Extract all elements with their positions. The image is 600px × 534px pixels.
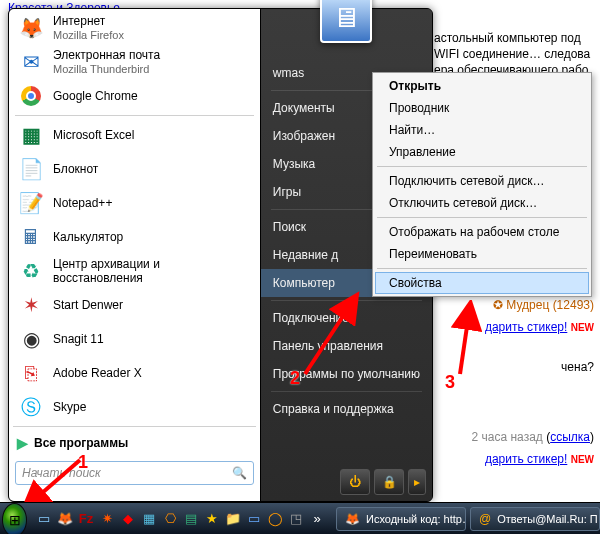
step-label-1: 1: [78, 452, 88, 473]
notepad-icon: 📄: [17, 155, 45, 183]
ql-app-icon[interactable]: ⎔: [161, 510, 179, 528]
lock-button[interactable]: 🔒: [374, 469, 404, 495]
ql-explorer-icon[interactable]: 📁: [224, 510, 242, 528]
new-badge: NEW: [571, 322, 594, 333]
task-button-mailru[interactable]: @ Ответы@Mail.Ru: П…: [470, 507, 600, 531]
program-skype[interactable]: Ⓢ Skype: [11, 390, 258, 424]
task-button-label: Ответы@Mail.Ru: П…: [497, 513, 600, 525]
time-ago: 2 часа назад: [472, 430, 543, 444]
mailru-icon: @: [479, 512, 491, 526]
ql-app-icon[interactable]: ◳: [287, 510, 305, 528]
bg-text: астольный компьютер под: [434, 30, 594, 46]
program-notepadpp[interactable]: 📝 Notepad++: [11, 186, 258, 220]
program-calculator[interactable]: 🖩 Калькулятор: [11, 220, 258, 254]
user-picture[interactable]: 🖥: [320, 0, 372, 43]
ql-filezilla-icon[interactable]: Fz: [77, 510, 95, 528]
cm-find[interactable]: Найти…: [375, 119, 589, 141]
snagit-icon: ◉: [17, 325, 45, 353]
ql-app-icon[interactable]: ▭: [245, 510, 263, 528]
permalink[interactable]: ссылка: [550, 430, 590, 444]
search-input[interactable]: Начать поиск 🔍: [15, 461, 254, 485]
program-email[interactable]: ✉ Электронная почтаMozilla Thunderbird: [11, 45, 258, 79]
program-notepad[interactable]: 📄 Блокнот: [11, 152, 258, 186]
program-excel[interactable]: ▦ Microsoft Excel: [11, 118, 258, 152]
computer-context-menu: Открыть Проводник Найти… Управление Подк…: [372, 72, 592, 297]
program-adobe-reader[interactable]: ⎘ Adobe Reader X: [11, 356, 258, 390]
ql-chevron-icon[interactable]: »: [308, 510, 326, 528]
separator: [271, 391, 422, 392]
task-button-label: Исходный код: http…: [366, 513, 466, 525]
sticker-link[interactable]: дарить стикер!: [485, 452, 567, 466]
program-snagit[interactable]: ◉ Snagit 11: [11, 322, 258, 356]
ql-app-icon[interactable]: ▦: [140, 510, 158, 528]
skype-icon: Ⓢ: [17, 393, 45, 421]
cm-map-drive[interactable]: Подключить сетевой диск…: [375, 170, 589, 192]
chevron-right-icon: ▸: [414, 475, 420, 489]
denwer-icon: ✶: [17, 291, 45, 319]
program-chrome[interactable]: Google Chrome: [11, 79, 258, 113]
right-item-default-programs[interactable]: Программы по умолчанию: [261, 360, 432, 388]
arrow-right-icon: ▶: [17, 435, 28, 451]
step-label-2: 2: [290, 368, 300, 389]
program-internet[interactable]: 🦊 ИнтернетMozilla Firefox: [11, 11, 258, 45]
ql-app-icon[interactable]: ▤: [182, 510, 200, 528]
cm-unmap-drive[interactable]: Отключить сетевой диск…: [375, 192, 589, 214]
sticker-link[interactable]: дарить стикер!: [485, 320, 567, 334]
backup-icon: ♻: [17, 257, 45, 285]
all-programs-label: Все программы: [34, 436, 128, 450]
lock-icon: 🔒: [382, 475, 397, 489]
pinned-programs-list: 🦊 ИнтернетMozilla Firefox ✉ Электронная …: [9, 9, 260, 424]
all-programs-button[interactable]: ▶ Все программы: [9, 429, 260, 457]
new-badge: NEW: [571, 454, 594, 465]
start-button[interactable]: ⊞: [2, 503, 27, 535]
cm-manage[interactable]: Управление: [375, 141, 589, 163]
program-denwer[interactable]: ✶ Start Denwer: [11, 288, 258, 322]
ql-app-icon[interactable]: ★: [203, 510, 221, 528]
step-label-3: 3: [445, 372, 455, 393]
ql-app-icon[interactable]: ◯: [266, 510, 284, 528]
separator: [271, 300, 422, 301]
task-button-source[interactable]: 🦊 Исходный код: http…: [336, 507, 466, 531]
ql-show-desktop-icon[interactable]: ▭: [35, 510, 53, 528]
ql-firefox-icon[interactable]: 🦊: [56, 510, 74, 528]
shutdown-options-button[interactable]: ▸: [408, 469, 426, 495]
user-rating: (12493): [553, 298, 594, 312]
separator: [377, 217, 587, 218]
separator: [377, 166, 587, 167]
search-placeholder: Начать поиск: [22, 466, 101, 480]
right-item-help[interactable]: Справка и поддержка: [261, 395, 432, 423]
right-item-connect[interactable]: Подключение: [261, 304, 432, 332]
question-fragment: чена?: [561, 360, 594, 374]
search-icon: 🔍: [232, 466, 247, 480]
bg-text: WIFI соединение… следова: [434, 46, 594, 62]
taskbar-windows: 🦊 Исходный код: http… @ Ответы@Mail.Ru: …: [336, 507, 600, 531]
ql-app-icon[interactable]: ◆: [119, 510, 137, 528]
separator: [15, 115, 254, 116]
nick-icon: ✪: [493, 298, 506, 312]
windows-logo-icon: ⊞: [9, 512, 21, 528]
ql-app-icon[interactable]: ✷: [98, 510, 116, 528]
cm-explorer[interactable]: Проводник: [375, 97, 589, 119]
cm-rename[interactable]: Переименовать: [375, 243, 589, 265]
quick-launch-bar: ▭ 🦊 Fz ✷ ◆ ▦ ⎔ ▤ ★ 📁 ▭ ◯ ◳ »: [35, 510, 326, 528]
chrome-icon: [17, 82, 45, 110]
excel-icon: ▦: [17, 121, 45, 149]
adobe-reader-icon: ⎘: [17, 359, 45, 387]
shutdown-buttons: ⏻ 🔒 ▸: [340, 469, 426, 495]
cm-open[interactable]: Открыть: [375, 75, 589, 97]
thunderbird-icon: ✉: [17, 48, 45, 76]
cm-show-on-desktop[interactable]: Отображать на рабочем столе: [375, 221, 589, 243]
firefox-icon: 🦊: [345, 512, 360, 526]
taskbar: ⊞ ▭ 🦊 Fz ✷ ◆ ▦ ⎔ ▤ ★ 📁 ▭ ◯ ◳ » 🦊 Исходны…: [0, 502, 600, 534]
program-backup-center[interactable]: ♻ Центр архивации и восстановления: [11, 254, 258, 288]
separator: [377, 268, 587, 269]
start-menu: 🦊 ИнтернетMozilla Firefox ✉ Электронная …: [8, 8, 433, 502]
firefox-icon: 🦊: [17, 14, 45, 42]
power-icon: ⏻: [349, 475, 361, 489]
right-item-control-panel[interactable]: Панель управления: [261, 332, 432, 360]
calculator-icon: 🖩: [17, 223, 45, 251]
cm-properties[interactable]: Свойства: [375, 272, 589, 294]
start-menu-left-pane: 🦊 ИнтернетMozilla Firefox ✉ Электронная …: [9, 9, 261, 501]
user-rank[interactable]: Мудрец: [506, 298, 549, 312]
power-button[interactable]: ⏻: [340, 469, 370, 495]
